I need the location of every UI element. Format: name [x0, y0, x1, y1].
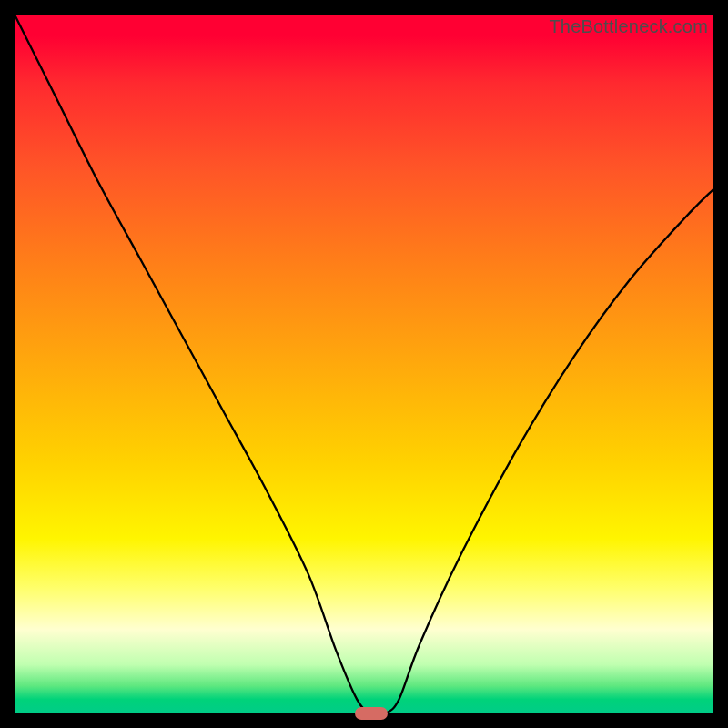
plot-area: TheBottleneck.com: [15, 15, 713, 713]
bottleneck-curve: [15, 15, 713, 713]
curve-path: [15, 15, 713, 715]
optimal-point-marker: [355, 707, 388, 721]
chart-stage: TheBottleneck.com: [0, 0, 728, 728]
